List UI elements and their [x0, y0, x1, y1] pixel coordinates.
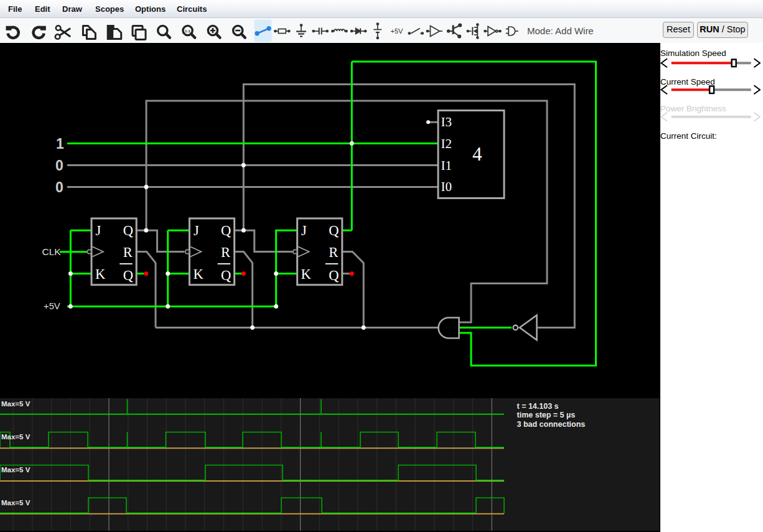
svg-text:Max=5 V: Max=5 V — [1, 433, 30, 441]
svg-text:t = 14.103 s: t = 14.103 s — [517, 402, 559, 411]
svg-text:Q: Q — [329, 268, 339, 283]
svg-text:4: 4 — [472, 143, 482, 165]
svg-text:1:1: 1:1 — [185, 29, 191, 33]
svg-text:Q: Q — [221, 223, 231, 238]
svg-text:R: R — [123, 245, 133, 260]
svg-text:0: 0 — [55, 179, 63, 195]
svg-text:Q: Q — [329, 223, 339, 238]
svg-text:Max=5 V: Max=5 V — [1, 400, 30, 408]
svg-text:Max=5 V: Max=5 V — [1, 466, 30, 474]
svg-text:K: K — [301, 266, 312, 282]
svg-text:I0: I0 — [441, 179, 452, 194]
svg-text:I1: I1 — [441, 158, 452, 173]
svg-text:Q: Q — [123, 223, 133, 238]
svg-text:K: K — [193, 266, 204, 282]
svg-text:J: J — [96, 223, 101, 238]
svg-text:I2: I2 — [441, 136, 452, 151]
svg-text:R: R — [221, 245, 230, 260]
svg-text:time step = 5 µs: time step = 5 µs — [517, 411, 576, 419]
svg-text:1: 1 — [56, 136, 64, 152]
svg-text:CLK: CLK — [42, 246, 62, 257]
svg-text:J: J — [194, 223, 199, 238]
svg-text:+5V: +5V — [391, 27, 404, 35]
svg-text:R: R — [329, 245, 338, 260]
svg-text:I3: I3 — [441, 114, 452, 129]
svg-text:Q: Q — [123, 268, 133, 283]
svg-text:Max=5 V: Max=5 V — [1, 499, 30, 506]
svg-text:0: 0 — [55, 157, 63, 174]
svg-text:3 bad connections: 3 bad connections — [517, 420, 586, 429]
svg-text:+5V: +5V — [44, 301, 60, 311]
svg-text:K: K — [95, 266, 106, 282]
svg-text:J: J — [301, 223, 307, 238]
svg-text:Q: Q — [221, 268, 231, 283]
